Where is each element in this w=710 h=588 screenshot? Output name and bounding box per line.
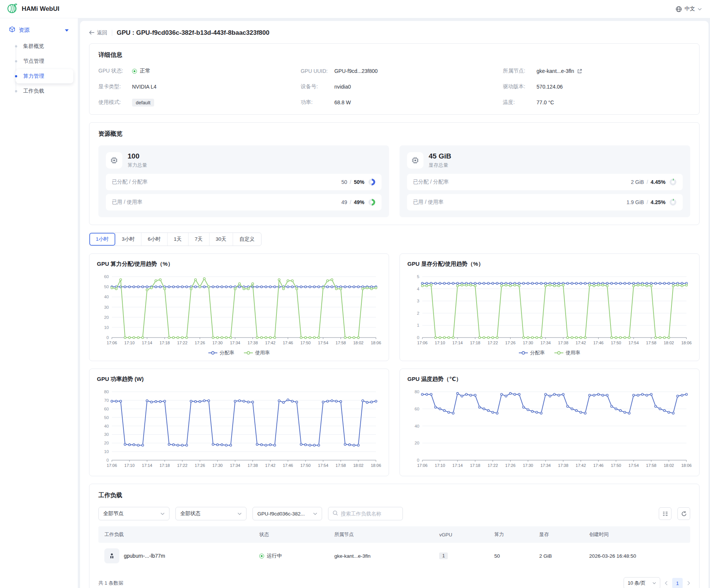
svg-text:40: 40: [104, 295, 109, 299]
list-view-icon: [662, 511, 668, 517]
compute-overview-card: 100 算力总量 已分配 / 分配率 50 / 50%: [98, 145, 389, 217]
svg-text:60: 60: [414, 407, 419, 411]
sidebar-group-resources[interactable]: 资源: [5, 23, 73, 37]
back-button[interactable]: 返回: [89, 30, 107, 36]
prev-page-button[interactable]: [665, 581, 668, 585]
svg-text:0: 0: [417, 335, 419, 340]
language-selector[interactable]: 中文: [676, 6, 702, 12]
svg-text:17:58: 17:58: [336, 463, 346, 468]
svg-text:40: 40: [414, 424, 419, 428]
external-link-icon[interactable]: [577, 69, 582, 74]
detail-value: 68.8 W: [334, 99, 351, 105]
refresh-icon: [681, 511, 687, 517]
sidebar-item-cluster-overview[interactable]: 集群概览: [16, 39, 73, 53]
tab-1h[interactable]: 1小时: [89, 233, 115, 246]
pagination: 10 条/页 1: [624, 577, 690, 588]
tree-dot: [15, 60, 17, 62]
chart-title: GPU 算力分配/使用趋势（%）: [97, 261, 381, 268]
svg-text:17:18: 17:18: [159, 341, 170, 345]
node-filter-select[interactable]: 全部节点: [98, 507, 169, 520]
svg-text:17:26: 17:26: [195, 463, 205, 468]
svg-text:17:42: 17:42: [576, 463, 586, 468]
detail-power: 功率: 68.8 W: [301, 98, 488, 107]
svg-text:17:54: 17:54: [318, 463, 328, 468]
svg-text:17:10: 17:10: [435, 463, 445, 468]
tab-7d[interactable]: 7天: [188, 233, 209, 246]
tab-30d[interactable]: 30天: [209, 233, 233, 246]
svg-text:17:06: 17:06: [417, 463, 428, 468]
overview-title: 资源概览: [98, 130, 690, 138]
memory-total-label: 显存总量: [429, 162, 451, 169]
chevron-down-icon: [313, 512, 317, 515]
svg-text:17:10: 17:10: [124, 341, 135, 345]
svg-text:20: 20: [104, 315, 109, 320]
svg-text:17:22: 17:22: [177, 463, 188, 468]
workload-icon: [104, 548, 119, 563]
tab-1d[interactable]: 1天: [167, 233, 188, 246]
temperature-trend-chart-card: GPU 温度趋势（℃） 02040608017:0617:1017:1417:1…: [400, 369, 700, 476]
cube-icon: [9, 26, 15, 34]
status-filter-select[interactable]: 全部状态: [175, 507, 247, 520]
svg-text:17:54: 17:54: [318, 341, 328, 345]
svg-text:17:06: 17:06: [107, 463, 117, 468]
search-input[interactable]: [341, 511, 398, 517]
workload-node-cell: gke-kant...e-3fln: [334, 553, 440, 559]
svg-text:17:18: 17:18: [159, 463, 170, 468]
tab-6h[interactable]: 6小时: [141, 233, 167, 246]
tab-3h[interactable]: 3小时: [115, 233, 141, 246]
svg-text:18:02: 18:02: [664, 341, 674, 345]
page-header: 返回 GPU : GPU-f9cd036c-382f-b13d-443f-8ba…: [89, 25, 700, 43]
tree-dot: [15, 90, 17, 92]
table-row[interactable]: gpuburn-...-lb77m 运行中 gke-kant...e-3fln …: [98, 543, 690, 569]
svg-text:17:06: 17:06: [417, 341, 428, 345]
compute-allocated-row: 已分配 / 分配率 50 / 50%: [106, 174, 382, 190]
col-workload: 工作负载: [104, 531, 259, 538]
detail-node: 所属节点: gke-kant...e-3fln: [503, 67, 690, 76]
svg-text:17:46: 17:46: [283, 463, 293, 468]
back-arrow-icon: [89, 30, 95, 36]
svg-text:17:54: 17:54: [628, 341, 639, 345]
svg-text:17:46: 17:46: [593, 463, 604, 468]
node-link[interactable]: gke-kant...e-3fln: [536, 68, 574, 74]
svg-text:80: 80: [414, 390, 419, 394]
svg-text:3: 3: [417, 299, 419, 303]
sidebar-item-node-management[interactable]: 节点管理: [16, 54, 73, 68]
compute-total-label: 算力总量: [128, 162, 147, 169]
workloads-table: 工作负载 状态 所属节点 vGPU 算力 显存 创建时间: [98, 526, 690, 569]
sidebar-item-workloads[interactable]: 工作负载: [16, 84, 73, 98]
page-number[interactable]: 1: [672, 578, 683, 588]
sidebar: 资源 集群概览 节点管理 算力管理 工作负载: [0, 18, 78, 588]
details-card: 详细信息 GPU 状态: 正常 GPU UUID: GPU-f9cd...23f…: [89, 43, 700, 115]
svg-text:17:22: 17:22: [488, 463, 498, 468]
app-title: HAMi WebUI: [22, 5, 59, 13]
sidebar-item-compute-management[interactable]: 算力管理: [16, 69, 73, 83]
chevron-down-icon: [65, 27, 69, 33]
svg-text:2: 2: [417, 311, 419, 315]
chart-title: GPU 温度趋势（℃）: [407, 376, 692, 383]
svg-text:18:02: 18:02: [353, 341, 364, 345]
detail-value: 正常: [140, 68, 150, 74]
svg-text:5: 5: [417, 274, 419, 279]
tab-custom[interactable]: 自定义: [233, 233, 261, 246]
view-toggle-button[interactable]: [659, 507, 671, 520]
refresh-button[interactable]: [677, 507, 690, 520]
svg-text:17:38: 17:38: [248, 341, 258, 345]
svg-text:30: 30: [104, 432, 109, 437]
svg-text:17:38: 17:38: [558, 463, 569, 468]
svg-text:17:30: 17:30: [212, 341, 223, 345]
time-range-tabs: 1小时 3小时 6小时 1天 7天 30天 自定义: [89, 233, 261, 246]
workload-name-cell[interactable]: gpuburn-...-lb77m: [104, 548, 259, 563]
sidebar-tree: 集群概览 节点管理 算力管理 工作负载: [16, 39, 78, 98]
page-size-select[interactable]: 10 条/页: [624, 577, 660, 588]
gpu-filter-select[interactable]: GPU-f9cd036c-382...: [253, 507, 322, 520]
svg-text:1: 1: [417, 323, 419, 327]
svg-text:18:06: 18:06: [371, 463, 381, 468]
header-divider: [112, 30, 112, 36]
next-page-button[interactable]: [687, 581, 690, 585]
svg-text:17:18: 17:18: [470, 463, 480, 468]
compute-trend-chart-card: GPU 算力分配/使用趋势（%） 010203040506017:0617:10…: [89, 253, 389, 361]
detail-device-number: 设备号: nvidia0: [301, 82, 488, 91]
svg-text:10: 10: [104, 325, 109, 330]
svg-text:17:38: 17:38: [248, 463, 258, 468]
svg-text:17:14: 17:14: [142, 463, 152, 468]
